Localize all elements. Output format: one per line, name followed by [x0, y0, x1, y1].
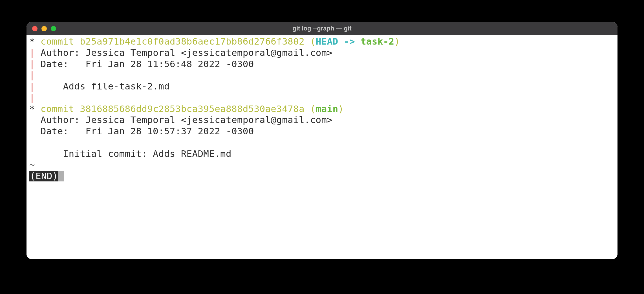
author-label: Author:: [41, 115, 80, 125]
terminal-content[interactable]: * commit b25a971b4e1c0f0ad38b6aec17bb86d…: [27, 35, 617, 259]
commit-keyword: commit: [41, 104, 74, 114]
date-value: Fri Jan 28 11:56:48 2022 -0300: [85, 59, 254, 69]
refs-open: (: [305, 104, 316, 114]
commit-message: Adds file-task-2.md: [63, 81, 170, 92]
graph-edge: |: [29, 92, 35, 103]
commit-hash: b25a971b4e1c0f0ad38b6aec17bb86d2766f3802: [80, 36, 305, 47]
titlebar[interactable]: git log --graph — git: [27, 22, 617, 35]
head-ref: HEAD ->: [316, 36, 361, 47]
author-value: Jessica Temporal <jessicatemporal@gmail.…: [85, 47, 332, 58]
commit-message: Initial commit: Adds README.md: [63, 148, 231, 159]
close-icon[interactable]: [32, 26, 38, 31]
cursor-icon: [58, 171, 64, 181]
window-title: git log --graph — git: [293, 25, 352, 32]
author-label: Author:: [41, 47, 80, 58]
commit-keyword: commit: [41, 36, 74, 47]
pager-tilde: ~: [29, 159, 35, 170]
graph-edge: |: [29, 70, 35, 80]
minimize-icon[interactable]: [41, 26, 47, 31]
graph-edge: |: [29, 59, 35, 69]
graph-edge: |: [29, 47, 35, 58]
graph-node: *: [29, 104, 35, 114]
date-value: Fri Jan 28 10:57:37 2022 -0300: [85, 126, 254, 137]
refs-open: (: [305, 36, 316, 47]
maximize-icon[interactable]: [51, 26, 56, 31]
refs-close: ): [338, 104, 344, 114]
refs-close: ): [394, 36, 400, 47]
author-value: Jessica Temporal <jessicatemporal@gmail.…: [85, 115, 332, 125]
date-label: Date:: [41, 126, 69, 137]
graph-edge: |: [29, 81, 35, 92]
pager-end: (END): [29, 171, 59, 181]
branch-ref: task-2: [361, 36, 394, 47]
date-label: Date:: [41, 59, 69, 69]
traffic-lights: [32, 26, 56, 31]
branch-ref: main: [316, 104, 338, 114]
terminal-window: git log --graph — git * commit b25a971b4…: [27, 22, 617, 259]
commit-hash: 3816885686dd9c2853bca395ea888d530ae3478a: [80, 104, 305, 114]
graph-node: *: [29, 36, 35, 47]
